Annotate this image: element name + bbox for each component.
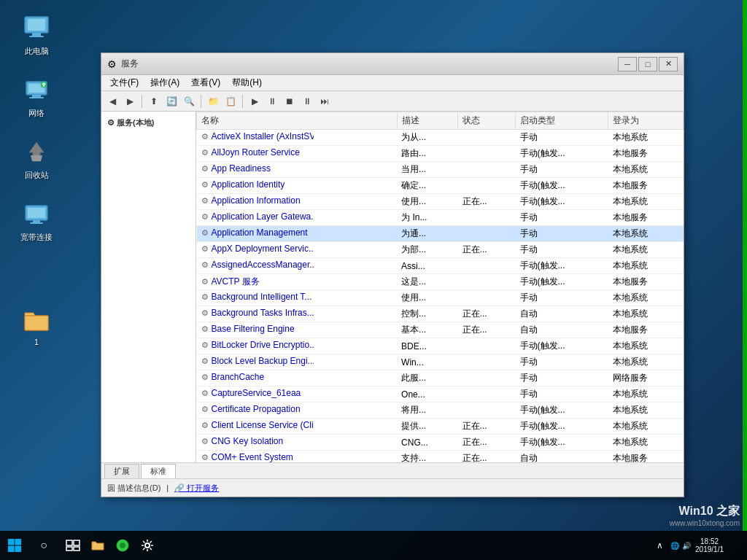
time-display[interactable]: 18:52 2019/1/1 bbox=[695, 537, 724, 553]
search-button[interactable]: ○ bbox=[32, 534, 55, 557]
menu-help[interactable]: 帮助(H) bbox=[226, 75, 268, 90]
table-row[interactable]: ⚙Certificate Propagation将用...手动(触发...本地系… bbox=[197, 402, 684, 419]
service-desc-cell: 基本... bbox=[397, 322, 458, 338]
minimize-button[interactable]: ─ bbox=[618, 57, 637, 71]
service-startup-cell: 自动 bbox=[516, 306, 608, 322]
table-row[interactable]: ⚙Application Identity确定...手动(触发...本地服务 bbox=[197, 178, 684, 194]
services-table[interactable]: 名称 描述 状态 启动类型 登录为 ⚙ActiveX Installer (Ax… bbox=[196, 112, 684, 462]
start-button[interactable] bbox=[0, 531, 29, 560]
table-row[interactable]: ⚙Client License Service (Cli...提供...正在..… bbox=[197, 419, 684, 435]
service-status-cell bbox=[458, 226, 516, 242]
show-desktop-button[interactable] bbox=[724, 531, 747, 560]
taskbar-settings[interactable] bbox=[136, 534, 159, 557]
open-service-link[interactable]: 🔗 打开服务 bbox=[174, 483, 219, 494]
service-gear-icon: ⚙ bbox=[201, 132, 209, 141]
close-button[interactable]: ✕ bbox=[659, 57, 678, 71]
svg-rect-11 bbox=[28, 208, 45, 218]
service-status-cell: 正在... bbox=[458, 242, 516, 258]
toolbar-restart[interactable]: ⏭ bbox=[317, 93, 333, 109]
service-gear-icon: ⚙ bbox=[201, 373, 209, 382]
pc-label: 此电脑 bbox=[25, 46, 49, 57]
table-row[interactable]: ⚙Background Intelligent T...使用...手动本地系统 bbox=[197, 290, 684, 306]
table-row[interactable]: ⚙CNG Key IsolationCNG...正在...手动(触发...本地系… bbox=[197, 435, 684, 451]
col-status[interactable]: 状态 bbox=[458, 112, 516, 130]
service-name-cell: ⚙ActiveX Installer (AxInstSV) bbox=[197, 130, 314, 143]
service-startup-cell: 手动(触发... bbox=[516, 178, 608, 194]
table-row[interactable]: ⚙Application Management为通...手动本地系统 bbox=[197, 226, 684, 242]
desktop-icon-pc[interactable]: 此电脑 bbox=[11, 11, 62, 60]
desktop-icon-broadband[interactable]: 宽带连接 bbox=[11, 197, 62, 246]
table-row[interactable]: ⚙AssignedAccessManager...Assi...手动(触发...… bbox=[197, 258, 684, 274]
svg-rect-14 bbox=[25, 316, 48, 330]
service-status-cell: 正在... bbox=[458, 322, 516, 338]
table-row[interactable]: ⚙Background Tasks Infras...控制...正在...自动本… bbox=[197, 306, 684, 322]
toolbar-forward[interactable]: ▶ bbox=[122, 93, 138, 109]
service-status-cell bbox=[458, 130, 516, 146]
service-desc-cell: 为通... bbox=[397, 226, 458, 242]
table-row[interactable]: ⚙ActiveX Installer (AxInstSV)为从...手动本地系统 bbox=[197, 130, 684, 146]
menu-action[interactable]: 操作(A) bbox=[144, 75, 185, 90]
table-row[interactable]: ⚙App Readiness当用...手动本地系统 bbox=[197, 162, 684, 178]
menu-view[interactable]: 查看(V) bbox=[185, 75, 226, 90]
tab-expand[interactable]: 扩展 bbox=[104, 464, 139, 478]
service-login-cell: 本地系统 bbox=[608, 290, 684, 306]
col-name[interactable]: 名称 bbox=[197, 112, 398, 130]
service-name-cell: ⚙Client License Service (Cli... bbox=[197, 419, 314, 432]
toolbar-folders[interactable]: 📁 bbox=[205, 93, 221, 109]
toolbar-run[interactable]: ▶ bbox=[247, 93, 263, 109]
toolbar-search[interactable]: 🔍 bbox=[181, 93, 197, 109]
toolbar-pause2[interactable]: ⏸ bbox=[299, 93, 315, 109]
table-row[interactable]: ⚙BitLocker Drive Encryptio...BDE...手动(触发… bbox=[197, 338, 684, 354]
svg-rect-3 bbox=[29, 36, 44, 37]
menu-bar: 文件(F) 操作(A) 查看(V) 帮助(H) bbox=[101, 75, 684, 91]
maximize-button[interactable]: □ bbox=[638, 57, 657, 71]
service-status-cell: 正在... bbox=[458, 435, 516, 451]
menu-file[interactable]: 文件(F) bbox=[104, 75, 144, 90]
taskbar-browser[interactable] bbox=[111, 534, 134, 557]
desktop-icon-folder[interactable]: 1 bbox=[11, 303, 62, 349]
table-row[interactable]: ⚙Application Information使用...正在...手动(触发.… bbox=[197, 194, 684, 210]
service-startup-cell: 手动(触发... bbox=[516, 419, 608, 435]
taskbar-file-explorer[interactable] bbox=[86, 534, 109, 557]
toolbar-views[interactable]: 📋 bbox=[222, 93, 239, 109]
service-login-cell: 本地服务 bbox=[608, 146, 684, 162]
toolbar-up[interactable]: ⬆ bbox=[146, 93, 162, 109]
toolbar-pause1[interactable]: ⏸ bbox=[264, 93, 280, 109]
desktop-icon-network[interactable]: 网络 bbox=[11, 73, 62, 122]
col-login[interactable]: 登录为 bbox=[608, 112, 684, 130]
table-row[interactable]: ⚙Application Layer Gatewa...为 In...手动本地服… bbox=[197, 210, 684, 226]
service-name-cell: ⚙Application Layer Gatewa... bbox=[197, 210, 314, 223]
table-row[interactable]: ⚙Block Level Backup Engi...Win...手动本地系统 bbox=[197, 354, 684, 370]
toolbar-back[interactable]: ◀ bbox=[104, 93, 120, 109]
service-startup-cell: 手动 bbox=[516, 130, 608, 146]
svg-rect-21 bbox=[66, 547, 72, 551]
desktop-icon-recycle[interactable]: 回收站 bbox=[11, 135, 62, 184]
table-row[interactable]: ⚙COM+ Event System支持...正在...自动本地服务 bbox=[197, 451, 684, 463]
service-desc-cell: 确定... bbox=[397, 178, 458, 194]
service-desc-cell: 控制... bbox=[397, 306, 458, 322]
status-desc: 圆 描述信息(D) bbox=[107, 483, 160, 494]
tab-standard[interactable]: 标准 bbox=[141, 464, 176, 478]
service-gear-icon: ⚙ bbox=[201, 357, 209, 366]
col-startup[interactable]: 启动类型 bbox=[516, 112, 608, 130]
services-window-icon: ⚙ bbox=[107, 58, 117, 70]
table-row[interactable]: ⚙BranchCache此服...手动网络服务 bbox=[197, 370, 684, 386]
toolbar-refresh1[interactable]: 🔄 bbox=[163, 93, 179, 109]
tray-expand-button[interactable]: ∧ bbox=[654, 540, 666, 551]
col-desc[interactable]: 描述 bbox=[397, 112, 458, 130]
service-gear-icon: ⚙ bbox=[201, 180, 209, 190]
service-startup-cell: 手动 bbox=[516, 370, 608, 386]
table-row[interactable]: ⚙AppX Deployment Servic...为部...正在...手动本地… bbox=[197, 242, 684, 258]
taskbar-task-view[interactable] bbox=[61, 534, 85, 557]
table-row[interactable]: ⚙CaptureService_61eaaOne...手动本地系统 bbox=[197, 386, 684, 402]
service-desc-cell: 为部... bbox=[397, 242, 458, 258]
service-desc-cell: 这是... bbox=[397, 274, 458, 290]
toolbar-stop[interactable]: ⏹ bbox=[282, 93, 298, 109]
network-label: 网络 bbox=[28, 108, 44, 119]
table-row[interactable]: ⚙AVCTP 服务这是...手动(触发...本地服务 bbox=[197, 274, 684, 290]
table-row[interactable]: ⚙Base Filtering Engine基本...正在...自动本地服务 bbox=[197, 322, 684, 338]
table-row[interactable]: ⚙AllJoyn Router Service路由...手动(触发...本地服务 bbox=[197, 146, 684, 162]
folder-icon-img bbox=[22, 306, 51, 335]
service-startup-cell: 手动 bbox=[516, 226, 608, 242]
service-name-cell: ⚙AllJoyn Router Service bbox=[197, 146, 314, 159]
